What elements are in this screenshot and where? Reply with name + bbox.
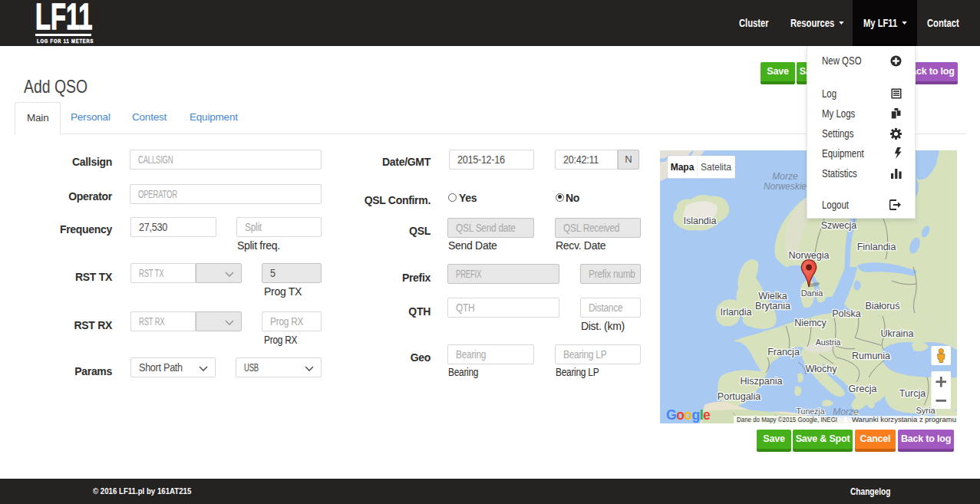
svg-text:Polska: Polska: [832, 308, 861, 319]
svg-text:Turcja: Turcja: [899, 388, 926, 399]
svg-text:Włochy: Włochy: [806, 364, 838, 374]
svg-text:Francja: Francja: [767, 347, 800, 357]
svg-text:Satelita: Satelita: [701, 162, 731, 173]
svg-text:Ukraina: Ukraina: [880, 328, 913, 339]
svg-text:Hiszpania: Hiszpania: [741, 376, 783, 387]
svg-text:Norwegia: Norwegia: [789, 250, 830, 261]
svg-text:Wielka: Wielka: [758, 291, 787, 301]
svg-text:Białoruś: Białoruś: [865, 301, 899, 311]
svg-text:Niemcy: Niemcy: [794, 318, 827, 328]
svg-text:Austria: Austria: [816, 338, 841, 347]
svg-text:Norweskie: Norweskie: [764, 181, 807, 192]
svg-text:Mapa: Mapa: [671, 162, 695, 173]
svg-text:Portugalia: Portugalia: [718, 391, 761, 402]
svg-text:Dania: Dania: [801, 288, 824, 298]
svg-text:Brytania: Brytania: [755, 301, 790, 311]
svg-text:Rumunia: Rumunia: [852, 351, 890, 361]
svg-text:Irlandia: Irlandia: [721, 307, 752, 318]
svg-text:Szwecja: Szwecja: [821, 220, 857, 231]
svg-text:Finlandia: Finlandia: [857, 242, 896, 252]
svg-text:Morze: Morze: [772, 171, 798, 182]
svg-text:Warunki korzystania z programu: Warunki korzystania z programu: [852, 415, 956, 423]
svg-text:Islandia: Islandia: [683, 216, 716, 226]
svg-text:Grecja: Grecja: [849, 384, 877, 394]
svg-text:Google: Google: [666, 407, 711, 423]
svg-text:Dane do Mapy ©2015 Google, INE: Dane do Mapy ©2015 Google, INEGI: [737, 415, 837, 423]
